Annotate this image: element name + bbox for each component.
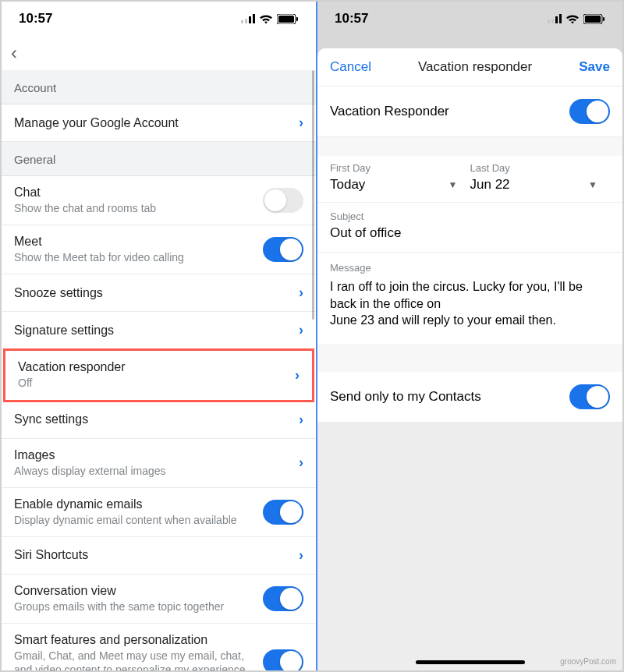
nav-back-row: ‹ — [2, 36, 316, 70]
message-label: Message — [330, 262, 610, 274]
cellular-icon — [548, 14, 562, 23]
chevron-icon: › — [292, 547, 303, 564]
chevron-icon: › — [292, 322, 303, 338]
row-label: Vacation responder — [18, 360, 289, 374]
vacation-responder-toggle[interactable] — [569, 99, 610, 124]
row-sync[interactable]: Sync settings › — [2, 401, 316, 439]
row-label: Signature settings — [14, 324, 292, 338]
toggle-label: Vacation Responder — [330, 104, 449, 119]
highlight-vacation-responder: Vacation responder Off › — [3, 348, 314, 401]
row-meet[interactable]: Meet Show the Meet tab for video calling — [2, 225, 316, 274]
caret-down-icon: ▼ — [588, 179, 597, 190]
section-account: Account — [2, 70, 316, 104]
svg-rect-9 — [555, 16, 558, 23]
svg-rect-5 — [278, 16, 294, 23]
svg-rect-3 — [253, 14, 255, 23]
status-bar: 10:57 — [2, 2, 316, 36]
first-day-picker[interactable]: First Day Today ▼ — [330, 162, 470, 193]
first-day-label: First Day — [330, 162, 470, 174]
contacts-label: Send only to my Contacts — [330, 389, 481, 405]
wifi-icon — [259, 14, 273, 24]
chevron-icon: › — [292, 115, 303, 131]
dynamic-toggle[interactable] — [263, 500, 303, 525]
last-day-label: Last Day — [470, 162, 611, 174]
svg-rect-0 — [241, 20, 243, 23]
send-only-contacts-row: Send only to my Contacts — [317, 372, 622, 423]
section-general: General — [2, 142, 316, 176]
row-label: Meet — [14, 235, 263, 249]
subject-field[interactable]: Subject Out of office — [317, 203, 622, 253]
row-label: Smart features and personalization — [14, 633, 263, 647]
svg-rect-10 — [559, 14, 562, 23]
home-indicator[interactable] — [416, 660, 525, 664]
row-label: Images — [14, 448, 292, 462]
watermark: groovyPost.com — [560, 657, 616, 666]
row-images[interactable]: Images Always display external images › — [2, 439, 316, 488]
svg-rect-8 — [551, 19, 554, 23]
svg-rect-13 — [603, 17, 604, 21]
row-label: Manage your Google Account — [14, 116, 292, 130]
status-icons — [548, 14, 605, 24]
svg-rect-12 — [585, 16, 601, 23]
status-time: 10:57 — [335, 11, 368, 27]
row-siri-shortcuts[interactable]: Siri Shortcuts › — [2, 537, 316, 575]
row-label: Chat — [14, 186, 263, 200]
row-sub: Display dynamic email content when avail… — [14, 513, 263, 527]
row-sub: Gmail, Chat, and Meet may use my email, … — [14, 649, 263, 670]
cellular-icon — [241, 14, 255, 23]
row-signature[interactable]: Signature settings › — [2, 312, 316, 349]
conversation-toggle[interactable] — [263, 586, 303, 611]
caret-down-icon: ▼ — [448, 179, 458, 190]
subject-value: Out of office — [330, 225, 610, 241]
svg-rect-7 — [548, 20, 550, 23]
row-label: Siri Shortcuts — [14, 548, 292, 562]
row-sub: Groups emails with the same topic togeth… — [14, 599, 263, 614]
message-value: I ran off to join the circus. Lucky for … — [330, 278, 610, 329]
date-row: First Day Today ▼ Last Day Jun 22 ▼ — [317, 156, 622, 203]
chevron-icon: › — [289, 367, 300, 384]
subject-label: Subject — [330, 210, 610, 222]
chevron-icon: › — [292, 454, 303, 471]
last-day-picker[interactable]: Last Day Jun 22 ▼ — [470, 162, 611, 193]
row-smart-features[interactable]: Smart features and personalization Gmail… — [2, 624, 316, 670]
vacation-responder-toggle-row: Vacation Responder — [317, 87, 622, 137]
row-label: Snooze settings — [14, 286, 292, 300]
status-bar: 10:57 — [317, 2, 622, 36]
row-vacation-responder[interactable]: Vacation responder Off › — [5, 351, 312, 399]
row-sub: Show the Meet tab for video calling — [14, 250, 263, 264]
first-day-value: Today — [330, 177, 365, 193]
vacation-responder-sheet: Cancel Vacation responder Save Vacation … — [317, 48, 622, 670]
smart-toggle[interactable] — [263, 649, 303, 670]
contacts-toggle[interactable] — [569, 384, 610, 409]
row-label: Enable dynamic emails — [14, 497, 263, 511]
row-sub: Off — [18, 376, 289, 390]
chat-toggle[interactable] — [263, 188, 303, 213]
chevron-icon: › — [292, 285, 303, 301]
meet-toggle[interactable] — [263, 237, 303, 262]
row-chat[interactable]: Chat Show the chat and rooms tab — [2, 176, 316, 225]
row-sub: Show the chat and rooms tab — [14, 201, 263, 215]
wifi-icon — [566, 14, 580, 24]
back-icon[interactable]: ‹ — [11, 42, 17, 63]
row-label: Sync settings — [14, 412, 292, 426]
row-snooze[interactable]: Snooze settings › — [2, 274, 316, 312]
status-icons — [241, 14, 299, 24]
row-manage-account[interactable]: Manage your Google Account › — [2, 104, 316, 142]
vacation-responder-screen: 10:57 Cancel Vacation responder Save Vac… — [317, 2, 622, 670]
svg-rect-6 — [296, 17, 298, 21]
last-day-value: Jun 22 — [470, 177, 510, 193]
settings-list[interactable]: Account Manage your Google Account › Gen… — [2, 70, 316, 670]
section-gap — [317, 345, 622, 372]
sheet-header: Cancel Vacation responder Save — [317, 48, 622, 87]
battery-icon — [277, 14, 299, 24]
scroll-indicator — [312, 70, 314, 320]
row-label: Conversation view — [14, 584, 263, 598]
row-dynamic-emails[interactable]: Enable dynamic emails Display dynamic em… — [2, 488, 316, 537]
message-field[interactable]: Message I ran off to join the circus. Lu… — [317, 253, 622, 345]
cancel-button[interactable]: Cancel — [330, 59, 371, 75]
row-conversation-view[interactable]: Conversation view Groups emails with the… — [2, 575, 316, 624]
battery-icon — [583, 14, 605, 24]
save-button[interactable]: Save — [579, 59, 610, 75]
chevron-icon: › — [292, 412, 303, 428]
settings-screen: 10:57 ‹ Account Manage your Google Accou… — [2, 2, 317, 670]
